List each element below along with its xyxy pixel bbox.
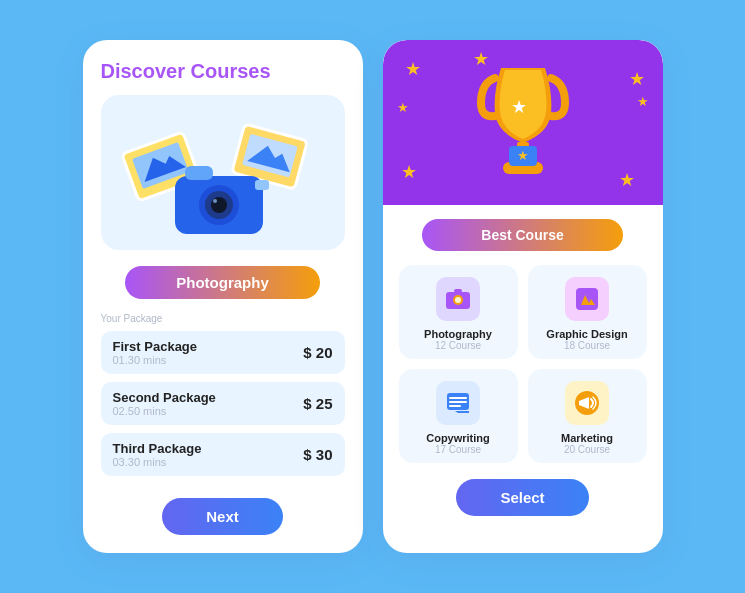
svg-point-11 bbox=[213, 199, 217, 203]
svg-rect-29 bbox=[579, 401, 583, 405]
marketing-icon bbox=[573, 389, 601, 417]
package-time-3: 03.30 mins bbox=[113, 456, 202, 468]
star-icon-3: ★ bbox=[629, 68, 645, 90]
package-price-1: $ 20 bbox=[303, 344, 332, 361]
package-time-2: 02.50 mins bbox=[113, 405, 216, 417]
star-icon-2: ★ bbox=[473, 48, 489, 70]
app-container: Discover Courses bbox=[53, 10, 693, 583]
course-count-copy: 17 Course bbox=[435, 444, 481, 455]
camera-illustration bbox=[101, 95, 345, 250]
star-icon-6: ★ bbox=[397, 100, 409, 115]
photography-icon bbox=[444, 285, 472, 313]
course-item-copy: Copywriting 17 Course bbox=[399, 369, 518, 463]
svg-rect-12 bbox=[255, 180, 269, 190]
course-name-design: Graphic Design bbox=[546, 328, 627, 340]
svg-point-20 bbox=[455, 297, 461, 303]
next-button[interactable]: Next bbox=[162, 498, 283, 535]
star-icon-5: ★ bbox=[619, 169, 635, 191]
marketing-icon-wrap bbox=[565, 381, 609, 425]
course-item-photography: Photography 12 Course bbox=[399, 265, 518, 359]
star-icon-4: ★ bbox=[401, 161, 417, 183]
package-row-1: First Package 01.30 mins $ 20 bbox=[101, 331, 345, 374]
star-icon-7: ★ bbox=[637, 94, 649, 109]
design-icon-wrap bbox=[565, 277, 609, 321]
copy-icon bbox=[444, 389, 472, 417]
trophy-svg: ★ ★ bbox=[473, 58, 573, 188]
svg-text:★: ★ bbox=[511, 97, 527, 117]
package-name-3: Third Package bbox=[113, 441, 202, 456]
select-button[interactable]: Select bbox=[456, 479, 588, 516]
course-name-copy: Copywriting bbox=[426, 432, 490, 444]
copy-icon-wrap bbox=[436, 381, 480, 425]
package-row-2: Second Package 02.50 mins $ 25 bbox=[101, 382, 345, 425]
package-name-2: Second Package bbox=[113, 390, 216, 405]
best-course-badge: Best Course bbox=[422, 219, 624, 251]
package-price-2: $ 25 bbox=[303, 395, 332, 412]
course-count-design: 18 Course bbox=[564, 340, 610, 351]
package-time-1: 01.30 mins bbox=[113, 354, 198, 366]
page-title: Discover Courses bbox=[101, 60, 271, 83]
svg-rect-7 bbox=[185, 166, 213, 180]
trophy-banner: ★ ★ ★ ★ ★ ★ ★ ★ ★ bbox=[383, 40, 663, 205]
design-icon bbox=[573, 285, 601, 313]
your-package-label: Your Package bbox=[101, 313, 163, 324]
course-item-design: Graphic Design 18 Course bbox=[528, 265, 647, 359]
left-card: Discover Courses bbox=[83, 40, 363, 553]
camera-svg bbox=[103, 98, 343, 248]
package-name-1: First Package bbox=[113, 339, 198, 354]
svg-rect-21 bbox=[454, 289, 462, 293]
course-name-marketing: Marketing bbox=[561, 432, 613, 444]
svg-marker-27 bbox=[455, 411, 469, 413]
course-item-marketing: Marketing 20 Course bbox=[528, 369, 647, 463]
photography-badge: Photography bbox=[125, 266, 320, 299]
svg-point-10 bbox=[211, 197, 227, 213]
course-name-photography: Photography bbox=[424, 328, 492, 340]
star-icon-1: ★ bbox=[405, 58, 421, 80]
photography-icon-wrap bbox=[436, 277, 480, 321]
course-count-photography: 12 Course bbox=[435, 340, 481, 351]
package-row-3: Third Package 03.30 mins $ 30 bbox=[101, 433, 345, 476]
course-grid: Photography 12 Course Graphic Design 18 … bbox=[383, 265, 663, 463]
package-price-3: $ 30 bbox=[303, 446, 332, 463]
svg-text:★: ★ bbox=[517, 148, 529, 163]
course-count-marketing: 20 Course bbox=[564, 444, 610, 455]
right-card: ★ ★ ★ ★ ★ ★ ★ ★ ★ bbox=[383, 40, 663, 553]
